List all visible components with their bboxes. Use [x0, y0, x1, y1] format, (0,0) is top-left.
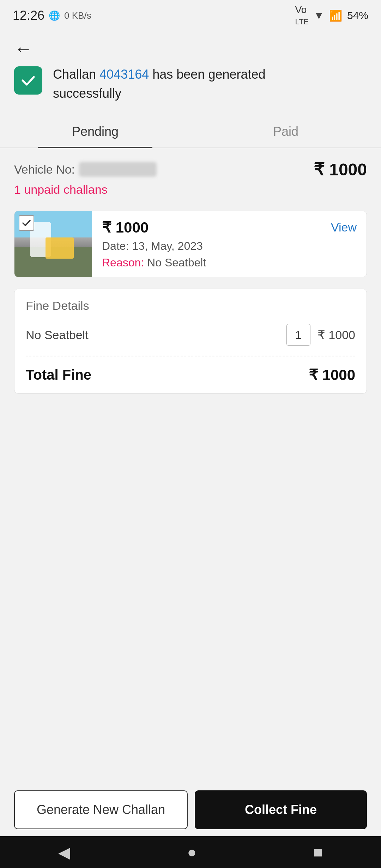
- challan-info: ₹ 1000 View Date: 13, May, 2023 Reason: …: [92, 211, 367, 277]
- challan-view-link[interactable]: View: [331, 221, 357, 234]
- fine-details-card: Fine Details No Seatbelt 1 ₹ 1000 Total …: [14, 289, 367, 394]
- success-text1: Challan: [53, 67, 99, 82]
- fine-total-amount: ₹ 1000: [309, 366, 355, 384]
- success-text3: successfully: [53, 86, 121, 101]
- tab-pending[interactable]: Pending: [0, 114, 190, 147]
- content-spacer: [0, 405, 381, 617]
- android-nav-bar: ◀ ● ■: [0, 836, 381, 868]
- signal-icon: 📶: [329, 10, 342, 22]
- reason-value: No Seatbelt: [147, 256, 206, 269]
- collect-fine-button[interactable]: Collect Fine: [195, 790, 367, 829]
- success-text: Challan 4043164 has been generatedsucces…: [53, 65, 266, 103]
- success-banner: Challan 4043164 has been generatedsucces…: [0, 65, 381, 114]
- generate-challan-button[interactable]: Generate New Challan: [14, 790, 188, 829]
- fine-detail-label: No Seatbelt: [26, 328, 89, 342]
- status-right: VoLTE ▼ 📶 54%: [295, 4, 368, 27]
- challan-date: Date: 13, May, 2023: [102, 240, 357, 253]
- checkmark-icon: [20, 72, 37, 89]
- challan-id: 4043164: [99, 67, 149, 82]
- vehicle-row: Vehicle No: ₹ 1000: [14, 159, 367, 179]
- fine-detail-right: 1 ₹ 1000: [286, 324, 355, 346]
- bottom-bar: Generate New Challan Collect Fine: [0, 783, 381, 836]
- battery-label: 54%: [347, 10, 368, 22]
- fine-total-label: Total Fine: [26, 367, 91, 383]
- challan-amount-row: ₹ 1000 View: [102, 219, 357, 236]
- challan-reason: Reason: No Seatbelt: [102, 256, 357, 269]
- vehicle-label-text: Vehicle No:: [14, 163, 75, 176]
- nav-back-icon[interactable]: ◀: [58, 843, 70, 861]
- fine-qty-box: 1: [286, 324, 310, 346]
- volte-icon: VoLTE: [295, 4, 309, 27]
- vehicle-amount: ₹ 1000: [314, 159, 367, 179]
- nav-recent-icon[interactable]: ■: [313, 843, 323, 861]
- vehicle-section: Vehicle No: ₹ 1000 1 unpaid challans: [0, 148, 381, 211]
- challan-amount: ₹ 1000: [102, 219, 149, 236]
- status-bar: 12:26 🌐 0 KB/s VoLTE ▼ 📶 54%: [0, 0, 381, 28]
- main-content: ← Challan 4043164 has been generatedsucc…: [0, 28, 381, 617]
- vehicle-label: Vehicle No:: [14, 162, 157, 177]
- wifi-icon: ▼: [314, 10, 324, 22]
- time-label: 12:26: [13, 8, 44, 23]
- tabs-container: Pending Paid: [0, 114, 381, 148]
- challan-checkbox[interactable]: [19, 215, 34, 231]
- fine-detail-row: No Seatbelt 1 ₹ 1000: [14, 318, 367, 356]
- data-speed: 0 KB/s: [64, 10, 91, 21]
- success-text2: has been generated: [149, 67, 265, 82]
- data-icon: 🌐: [49, 10, 60, 21]
- challan-card: ₹ 1000 View Date: 13, May, 2023 Reason: …: [14, 211, 367, 277]
- fine-total-row: Total Fine ₹ 1000: [14, 356, 367, 393]
- fine-row-amount: ₹ 1000: [318, 328, 355, 342]
- back-button[interactable]: ←: [14, 38, 32, 59]
- status-time: 12:26 🌐 0 KB/s: [13, 8, 91, 23]
- fine-details-header: Fine Details: [14, 289, 367, 318]
- reason-label: Reason:: [102, 256, 144, 269]
- challan-image: [14, 211, 92, 277]
- vehicle-number-blurred: [79, 162, 157, 177]
- tab-paid[interactable]: Paid: [190, 114, 381, 147]
- success-icon: [14, 66, 42, 95]
- back-row: ←: [0, 28, 381, 65]
- nav-home-icon[interactable]: ●: [187, 843, 196, 861]
- checkbox-check-icon: [22, 218, 31, 228]
- unpaid-challans: 1 unpaid challans: [14, 183, 367, 197]
